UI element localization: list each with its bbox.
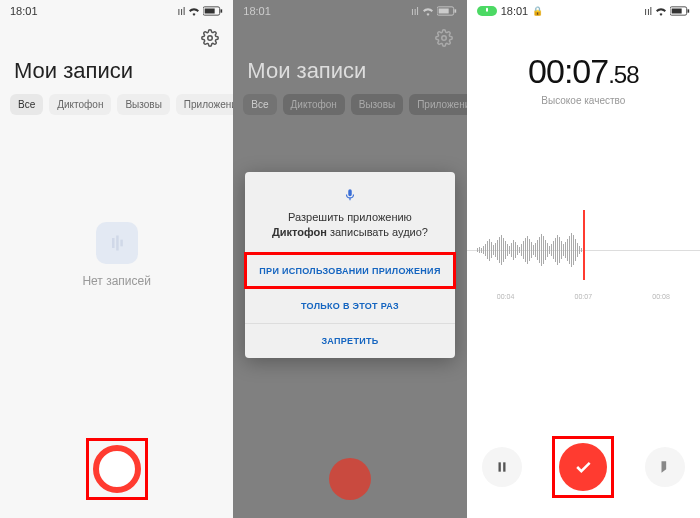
settings-icon[interactable] — [201, 29, 219, 47]
record-highlight — [86, 438, 148, 500]
tab-dictaphone[interactable]: Диктофон — [49, 94, 111, 115]
status-icons: ııl — [411, 6, 457, 17]
quality-label: Высокое качество — [467, 95, 700, 106]
wifi-icon — [655, 6, 667, 16]
tab-calls[interactable]: Вызовы — [117, 94, 169, 115]
filter-tabs: Все Диктофон Вызовы Приложения — [233, 94, 466, 115]
screen-permission-dialog: 18:01 ııl Мои записи Все Диктофон Вызовы… — [233, 0, 466, 518]
timer-centiseconds: .58 — [608, 61, 638, 88]
filter-tabs: Все Диктофон Вызовы Приложения — [0, 94, 233, 115]
lock-icon: 🔒 — [532, 6, 543, 16]
deny-button[interactable]: ЗАПРЕТИТЬ — [245, 323, 454, 358]
allow-while-using-button[interactable]: ПРИ ИСПОЛЬЗОВАНИИ ПРИЛОЖЕНИЯ — [245, 253, 454, 288]
mic-icon — [257, 188, 442, 202]
wifi-icon — [188, 6, 200, 16]
status-time: 18:01 — [243, 5, 271, 17]
svg-rect-12 — [498, 462, 500, 471]
timer-display: 00:07.58 Высокое качество — [467, 22, 700, 106]
tab-apps[interactable]: Приложения — [176, 94, 234, 115]
svg-rect-10 — [672, 9, 682, 14]
time-ticks: 00:04 00:07 00:08 — [467, 293, 700, 300]
status-icons: ııl — [644, 6, 690, 17]
pause-button[interactable] — [482, 447, 522, 487]
tab-calls[interactable]: Вызовы — [351, 94, 403, 115]
playhead-cursor — [583, 210, 585, 280]
svg-rect-13 — [503, 462, 505, 471]
svg-rect-2 — [221, 9, 223, 12]
recording-pill[interactable] — [477, 6, 497, 16]
status-time: 18:01 — [10, 5, 38, 17]
status-bar: 18:01 ııl — [0, 0, 233, 22]
status-icons: ııl — [178, 6, 224, 17]
svg-rect-1 — [205, 9, 215, 14]
empty-mic-icon — [96, 222, 138, 264]
done-button[interactable] — [559, 443, 607, 491]
battery-icon — [670, 6, 690, 16]
tab-dictaphone[interactable]: Диктофон — [283, 94, 345, 115]
wave-amplitude — [477, 230, 610, 270]
empty-text: Нет записей — [82, 274, 151, 288]
signal-icon: ııl — [411, 6, 419, 17]
tab-apps[interactable]: Приложения — [409, 94, 467, 115]
svg-rect-11 — [687, 9, 689, 12]
dialog-message: Разрешить приложению Диктофон записывать… — [257, 210, 442, 241]
status-time: 18:01 — [501, 5, 529, 17]
svg-rect-8 — [454, 9, 456, 12]
battery-icon — [437, 6, 457, 16]
record-button[interactable] — [329, 458, 371, 500]
flag-button[interactable] — [645, 447, 685, 487]
tab-all[interactable]: Все — [10, 94, 43, 115]
svg-rect-3 — [112, 238, 115, 248]
done-highlight — [552, 436, 614, 498]
battery-icon — [203, 6, 223, 16]
waveform: 00:04 00:07 00:08 — [467, 200, 700, 300]
wifi-icon — [422, 6, 434, 16]
page-title: Мои записи — [0, 54, 233, 94]
status-bar: 18:01 🔒 ııl — [467, 0, 700, 22]
screen-recording-active: 18:01 🔒 ııl 00:07.58 Высокое качество — [467, 0, 700, 518]
status-bar: 18:01 ııl — [233, 0, 466, 22]
svg-rect-4 — [116, 236, 119, 251]
tab-all[interactable]: Все — [243, 94, 276, 115]
timer-main: 00:07 — [528, 52, 608, 90]
signal-icon: ııl — [644, 6, 652, 17]
page-title: Мои записи — [233, 54, 466, 94]
signal-icon: ııl — [178, 6, 186, 17]
empty-state: Нет записей — [0, 155, 233, 355]
settings-icon[interactable] — [435, 29, 453, 47]
svg-rect-5 — [120, 240, 123, 247]
permission-dialog: Разрешить приложению Диктофон записывать… — [245, 172, 454, 358]
svg-rect-7 — [438, 9, 448, 14]
allow-once-button[interactable]: ТОЛЬКО В ЭТОТ РАЗ — [245, 288, 454, 323]
record-button[interactable] — [93, 445, 141, 493]
screen-recordings-list: 18:01 ııl Мои записи Все Диктофон Вызовы… — [0, 0, 233, 518]
